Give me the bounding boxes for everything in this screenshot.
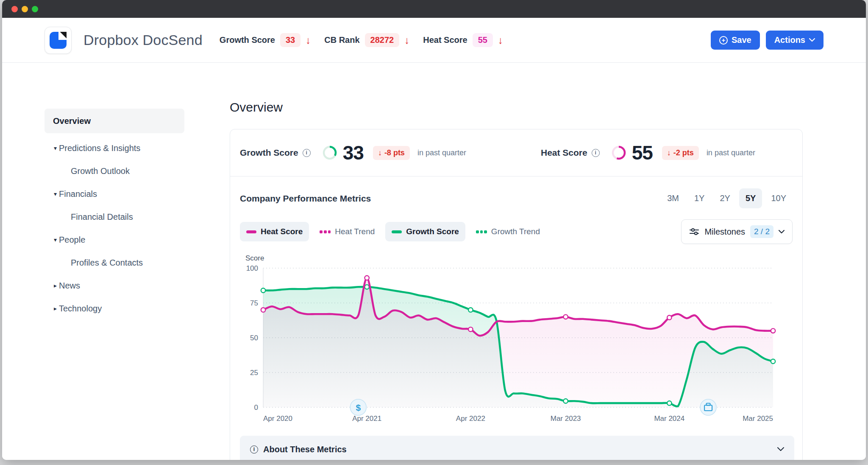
svg-text:$: $ <box>356 403 361 412</box>
down-arrow-icon: ↓ <box>404 35 409 45</box>
heat-trend-swatch <box>320 230 331 233</box>
y-tick-label: 0 <box>254 403 258 412</box>
sidebar-item-financial-details[interactable]: Financial Details <box>45 205 184 228</box>
chevron-down-icon <box>779 230 785 234</box>
data-point-marker <box>563 315 568 319</box>
legend-heat-score[interactable]: Heat Score <box>240 222 309 241</box>
x-tick-label: Apr 2020 <box>263 415 292 423</box>
close-window-button[interactable] <box>11 6 18 12</box>
x-tick-label: Apr 2022 <box>456 415 485 423</box>
y-tick-label: 25 <box>250 369 258 377</box>
data-point-marker <box>261 288 265 292</box>
caret-down-icon: ▾ <box>45 145 59 151</box>
milestones-dropdown[interactable]: Milestones 2 / 2 <box>681 219 793 244</box>
zoom-window-button[interactable] <box>32 6 38 12</box>
docsend-logo-icon <box>50 32 67 49</box>
x-tick-label: Mar 2025 <box>743 415 773 423</box>
dollar-milestone-icon[interactable]: $ <box>350 399 366 415</box>
data-point-marker <box>468 327 473 331</box>
company-name: Dropbox DocSend <box>83 32 203 48</box>
info-icon[interactable]: i <box>592 149 600 157</box>
heat-score-summary: Heat Score i 55 ↓ -2 pts in past quarter <box>541 141 755 164</box>
down-arrow-icon: ↓ <box>498 35 503 45</box>
info-icon: i <box>250 445 258 454</box>
down-arrow-icon: ↓ <box>378 149 382 157</box>
sidebar-item-predictions-insights[interactable]: ▾ Predictions & Insights <box>45 137 184 160</box>
app-header: Dropbox DocSend Growth Score 33 ↓ CB Ran… <box>2 18 866 63</box>
sidebar-item-overview[interactable]: Overview <box>45 109 184 133</box>
chevron-down-icon <box>777 447 784 451</box>
range-tab-5y[interactable]: 5Y <box>739 188 762 208</box>
x-tick-label: Mar 2023 <box>551 415 581 423</box>
growth-delta-badge: ↓ -8 pts <box>373 146 410 160</box>
x-tick-label: Apr 2021 <box>352 415 381 423</box>
chevron-down-icon <box>809 38 815 42</box>
data-point-marker <box>261 308 265 312</box>
save-button[interactable]: + Save <box>711 31 760 50</box>
actions-button[interactable]: Actions <box>766 31 823 50</box>
minimize-window-button[interactable] <box>22 6 28 12</box>
y-tick-label: 75 <box>250 299 258 307</box>
legend-heat-trend[interactable]: Heat Trend <box>313 222 381 241</box>
legend-growth-score[interactable]: Growth Score <box>385 222 465 241</box>
data-point-marker <box>364 285 369 289</box>
caret-down-icon: ▾ <box>45 236 59 243</box>
sidebar-item-financials[interactable]: ▾ Financials <box>45 182 184 205</box>
data-point-marker <box>667 315 671 319</box>
data-point-marker <box>364 276 369 280</box>
legend-growth-trend[interactable]: Growth Trend <box>470 222 546 241</box>
caret-right-icon: ▸ <box>45 305 59 312</box>
growth-score-badge: 33 <box>280 33 300 47</box>
sidebar-item-news[interactable]: ▸ News <box>45 274 184 297</box>
heat-delta-badge: ↓ -2 pts <box>662 146 699 160</box>
header-metric-heat-score: Heat Score 55 ↓ <box>423 33 503 47</box>
sidebar-item-people[interactable]: ▾ People <box>45 228 184 251</box>
sidebar-item-growth-outlook[interactable]: Growth Outlook <box>45 160 184 182</box>
data-point-marker <box>468 308 473 312</box>
range-tab-3m[interactable]: 3M <box>661 188 685 208</box>
down-arrow-icon: ↓ <box>306 35 311 45</box>
y-tick-label: 50 <box>250 334 258 342</box>
sliders-icon <box>689 227 699 237</box>
down-arrow-icon: ↓ <box>667 149 671 157</box>
overview-card: Growth Score i 33 ↓ -8 pts in past quart… <box>230 129 803 460</box>
data-point-marker <box>771 328 775 333</box>
sidebar-item-technology[interactable]: ▸ Technology <box>45 297 184 320</box>
heat-score-swatch <box>246 230 256 233</box>
cb-rank-badge: 28272 <box>365 33 400 47</box>
range-tab-1y[interactable]: 1Y <box>688 188 711 208</box>
app-window: Dropbox DocSend Growth Score 33 ↓ CB Ran… <box>2 0 866 460</box>
growth-trend-swatch <box>476 230 487 233</box>
sidebar-nav: Overview ▾ Predictions & Insights Growth… <box>45 109 184 320</box>
milestones-count-badge: 2 / 2 <box>750 225 773 238</box>
performance-chart[interactable]: Score0255075100Apr 2020Apr 2021Apr 2022M… <box>230 251 803 429</box>
data-point-marker <box>771 359 775 364</box>
growth-score-summary: Growth Score i 33 ↓ -8 pts in past quart… <box>240 141 466 164</box>
page-title: Overview <box>230 100 803 115</box>
time-range-tabs: 3M 1Y 2Y 5Y 10Y <box>661 188 793 208</box>
score-summary-row: Growth Score i 33 ↓ -8 pts in past quart… <box>230 129 802 176</box>
growth-score-swatch <box>392 230 402 233</box>
y-tick-label: 100 <box>246 264 258 272</box>
window-titlebar <box>2 0 866 18</box>
info-icon[interactable]: i <box>303 149 311 157</box>
sidebar-item-profiles-contacts[interactable]: Profiles & Contacts <box>45 251 184 274</box>
briefcase-milestone-icon[interactable] <box>700 399 716 415</box>
about-metrics-toggle[interactable]: i About These Metrics <box>240 436 794 460</box>
plus-circle-icon: + <box>719 36 728 45</box>
metrics-panel-title: Company Performance Metrics <box>240 193 371 204</box>
heat-score-badge: 55 <box>473 33 493 47</box>
heat-score-donut <box>611 145 627 161</box>
y-axis-title: Score <box>245 254 264 262</box>
header-metric-cb-rank: CB Rank 28272 ↓ <box>324 33 409 47</box>
header-metric-growth-score: Growth Score 33 ↓ <box>220 33 311 47</box>
data-point-marker <box>667 401 671 405</box>
header-metrics: Growth Score 33 ↓ CB Rank 28272 ↓ Heat S… <box>220 33 511 47</box>
data-point-marker <box>563 399 568 403</box>
range-tab-2y[interactable]: 2Y <box>713 188 736 208</box>
caret-right-icon: ▸ <box>45 282 59 289</box>
growth-score-donut <box>322 145 338 161</box>
range-tab-10y[interactable]: 10Y <box>765 188 793 208</box>
caret-down-icon: ▾ <box>45 190 59 197</box>
company-logo <box>45 27 72 54</box>
